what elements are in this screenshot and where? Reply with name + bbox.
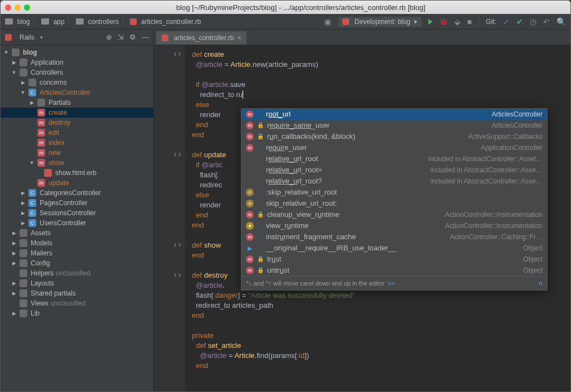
- maximize-window-icon[interactable]: [24, 4, 30, 11]
- rails-icon: [5, 34, 12, 41]
- method-icon: m: [37, 159, 45, 167]
- run-icon[interactable]: [428, 19, 433, 25]
- folder-icon: [20, 229, 27, 237]
- sidebar-title: Rails: [20, 33, 35, 41]
- erb-icon: [44, 169, 52, 177]
- class-icon: C: [28, 89, 36, 96]
- coverage-icon[interactable]: ⬙: [454, 17, 461, 26]
- tree-item[interactable]: show.html.erb: [55, 169, 96, 177]
- folder-icon: [28, 79, 36, 86]
- folder-icon: [20, 239, 27, 247]
- git-commit-icon[interactable]: ✔: [516, 17, 523, 26]
- completion-item[interactable]: relative_url_rootincluded in AbstractCon…: [241, 153, 547, 164]
- completion-item[interactable]: mrequire_userApplicationController: [241, 142, 547, 153]
- completion-item[interactable]: minstrument_fragment_cacheActionControll…: [241, 231, 547, 243]
- completion-item[interactable]: m🔒require_same_userArticlesController: [241, 120, 547, 131]
- completion-item[interactable]: relative_url_root=included in AbstractCo…: [241, 164, 547, 176]
- tree-item[interactable]: CategoriesController: [40, 189, 101, 197]
- git-label: Git:: [486, 18, 496, 26]
- completion-more-link[interactable]: >>: [388, 278, 395, 288]
- completion-hint: ActiveSupport::Callbacks: [468, 132, 543, 142]
- close-tab-icon[interactable]: ×: [237, 34, 241, 42]
- tree-item[interactable]: update: [49, 179, 69, 187]
- project-tree[interactable]: ▼blog ▶Application ▼Controllers ▶concern…: [1, 45, 153, 391]
- run-config-selector[interactable]: Development: blog ▾: [338, 17, 422, 27]
- completion-item[interactable]: ≡:skip_relative_url_root: [241, 187, 547, 198]
- completion-label: skip_relative_url_root:: [266, 199, 337, 209]
- completion-item[interactable]: mroot_urlArticlesController: [241, 109, 547, 120]
- history-icon[interactable]: ◷: [530, 17, 536, 26]
- method-icon: m: [246, 211, 254, 219]
- tree-item[interactable]: Assets: [31, 229, 51, 237]
- folder-icon: [20, 259, 27, 267]
- class-icon: C: [28, 209, 36, 217]
- tree-item[interactable]: show: [49, 159, 64, 167]
- completion-label: cleanup_view_runtime: [267, 210, 339, 220]
- tree-item[interactable]: Partials: [49, 99, 71, 107]
- folder-icon: [20, 289, 27, 297]
- completion-item[interactable]: m🔒untrustObject: [241, 265, 547, 276]
- tree-item[interactable]: ArticlesController: [40, 89, 90, 96]
- close-window-icon[interactable]: [5, 4, 11, 11]
- settings-icon[interactable]: ⚙: [129, 33, 136, 41]
- tree-item[interactable]: Config: [31, 259, 50, 267]
- tree-item[interactable]: edit: [49, 129, 59, 137]
- git-update-icon[interactable]: ✓: [503, 17, 510, 26]
- class-icon: C: [28, 199, 36, 207]
- undo-icon[interactable]: ↶: [543, 17, 550, 26]
- build-icon[interactable]: ▣: [324, 17, 331, 26]
- method-icon: m: [246, 122, 254, 129]
- breadcrumb-item[interactable]: articles_controller.rb: [141, 18, 201, 26]
- completion-item[interactable]: m🔒trustObject: [241, 254, 547, 265]
- minimize-window-icon[interactable]: [14, 4, 21, 11]
- breadcrumb-item[interactable]: controllers: [88, 18, 119, 26]
- tree-item[interactable]: Mailers: [31, 249, 52, 257]
- tree-item[interactable]: PagesController: [40, 199, 88, 207]
- completion-label: untrust: [267, 265, 289, 275]
- tree-item[interactable]: new: [49, 149, 61, 157]
- sidebar-header: Rails ▾ ⊕ ⇲ ⚙ —: [1, 30, 153, 45]
- tree-item[interactable]: SessionsController: [40, 209, 96, 217]
- tree-item[interactable]: Application: [31, 59, 64, 66]
- tree-item[interactable]: UsersController: [40, 219, 86, 227]
- completion-hint: ActionController::Instrumentation: [445, 221, 543, 231]
- method-icon: m: [37, 129, 45, 137]
- completion-hint: ActionController::Instrumentation: [445, 210, 543, 220]
- stop-icon[interactable]: ■: [467, 17, 472, 26]
- completion-item[interactable]: ●view_runtimeActionController::Instrumen…: [241, 220, 547, 231]
- folder-icon: [20, 249, 27, 257]
- completion-item[interactable]: m🔒cleanup_view_runtimeActionController::…: [241, 209, 547, 220]
- tree-item[interactable]: Models: [31, 239, 52, 247]
- tree-item[interactable]: concerns: [40, 79, 67, 86]
- tree-item-create[interactable]: create: [49, 109, 67, 117]
- completion-item[interactable]: ≡skip_relative_url_root:: [241, 198, 547, 209]
- tree-item[interactable]: Layouts: [31, 279, 54, 287]
- tree-item[interactable]: index: [49, 139, 65, 147]
- tab-label: articles_controller.rb: [174, 34, 234, 42]
- tree-item[interactable]: Lib: [31, 309, 40, 317]
- folder-icon: [20, 309, 27, 317]
- tree-item[interactable]: Shared partials: [31, 289, 76, 297]
- tree-item[interactable]: Views: [31, 299, 49, 307]
- completion-popup[interactable]: mroot_urlArticlesControllerm🔒require_sam…: [241, 108, 548, 291]
- completion-hint-text: ^↓ and ^↑ will move caret down and up in…: [246, 278, 384, 288]
- locate-icon[interactable]: ⊕: [106, 33, 112, 41]
- symbol-icon: ≡: [246, 188, 254, 196]
- method-icon: m: [246, 233, 254, 241]
- completion-item[interactable]: relative_url_root?included in AbstractCo…: [241, 176, 547, 187]
- breadcrumb-item[interactable]: blog: [17, 18, 30, 26]
- tree-item[interactable]: Helpers: [31, 269, 54, 277]
- folder-icon: [20, 69, 27, 76]
- breadcrumb-item[interactable]: app: [54, 18, 65, 26]
- editor-tab[interactable]: articles_controller.rb ×: [156, 31, 246, 45]
- tree-item[interactable]: Controllers: [31, 69, 63, 76]
- completion-label: require_user: [266, 143, 307, 153]
- completion-item[interactable]: m🔒run_callbacks(kind, &block)ActiveSuppo…: [241, 131, 547, 142]
- completion-item[interactable]: ▶__original__require__IRB_use_loader__Ob…: [241, 243, 547, 254]
- hide-icon[interactable]: —: [142, 33, 149, 41]
- debug-icon[interactable]: 🐞: [439, 18, 448, 26]
- tree-root[interactable]: blog: [23, 49, 37, 56]
- tree-item[interactable]: destroy: [49, 119, 70, 127]
- collapse-icon[interactable]: ⇲: [118, 33, 124, 41]
- search-icon[interactable]: 🔍: [557, 17, 566, 26]
